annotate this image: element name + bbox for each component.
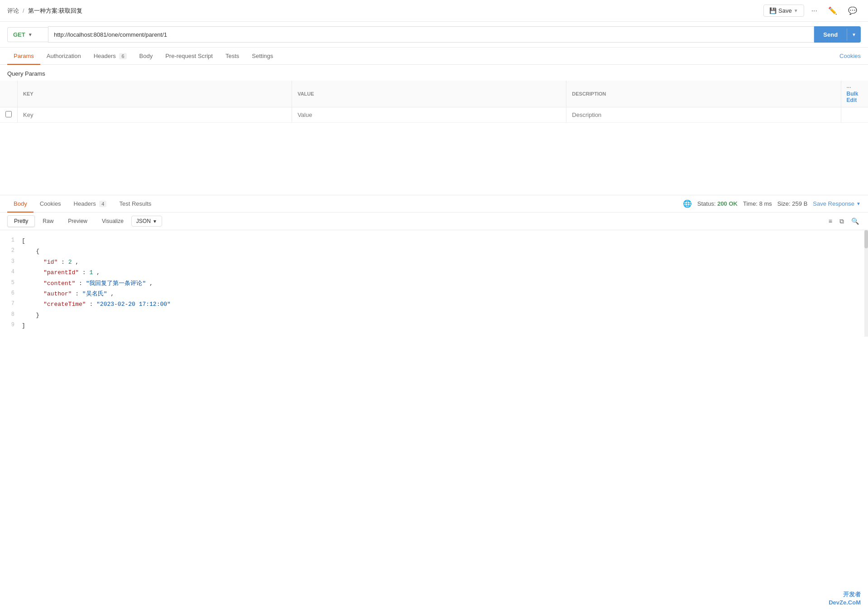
format-tab-pretty[interactable]: Pretty <box>7 215 35 227</box>
key-input[interactable] <box>23 111 286 118</box>
bulk-edit-button[interactable]: Bulk Edit <box>847 91 858 103</box>
search-icon[interactable]: 🔍 <box>849 216 861 227</box>
actions-cell <box>841 107 868 123</box>
cookies-link[interactable]: Cookies <box>839 48 861 64</box>
json-line-6: 6 "author" : "吴名氏" , <box>7 289 861 299</box>
th-key: KEY <box>18 81 292 107</box>
format-tab-visualize[interactable]: Visualize <box>95 215 130 227</box>
tab-settings[interactable]: Settings <box>245 48 279 65</box>
comment-icon-button[interactable]: 💬 <box>844 5 861 17</box>
save-response-button[interactable]: Save Response ▼ <box>813 200 861 207</box>
tab-test-results[interactable]: Test Results <box>113 196 158 213</box>
key-cell[interactable] <box>18 107 292 123</box>
more-options-button[interactable]: ··· <box>808 5 821 17</box>
row-checkbox[interactable] <box>5 111 12 117</box>
json-line-3: 3 "id" : 2 , <box>7 257 861 267</box>
send-button[interactable]: Send ▼ <box>814 26 861 43</box>
json-line-2: 2 { <box>7 246 861 256</box>
th-description: DESCRIPTION <box>566 81 841 107</box>
value-input[interactable] <box>297 111 561 118</box>
format-tab-raw[interactable]: Raw <box>36 215 60 227</box>
json-format-select[interactable]: JSON ▼ <box>131 216 162 227</box>
size-label: Size: 259 B <box>777 200 808 207</box>
tab-body[interactable]: Body <box>133 48 159 65</box>
json-line-1: 1 [ <box>7 236 861 246</box>
tab-headers[interactable]: Headers 6 <box>87 48 133 65</box>
table-row <box>0 107 868 123</box>
url-input[interactable] <box>48 26 814 43</box>
description-cell[interactable] <box>566 107 841 123</box>
tab-response-body[interactable]: Body <box>7 196 34 213</box>
top-bar: 评论 / 第一种方案:获取回复 💾 Save ▼ ··· ✏️ 💬 <box>0 0 868 22</box>
save-icon: 💾 <box>769 7 777 14</box>
edit-icon-button[interactable]: ✏️ <box>825 5 841 17</box>
request-tabs: Params Authorization Headers 6 Body Pre-… <box>0 48 868 65</box>
row-checkbox-cell <box>0 107 18 123</box>
format-bar: Pretty Raw Preview Visualize JSON ▼ ≡ ⧉ … <box>0 213 868 230</box>
json-viewer: 1 [ 2 { 3 "id" : 2 , 4 "parentId" : 1 <box>0 230 868 337</box>
copy-icon[interactable]: ⧉ <box>838 216 846 227</box>
format-actions: ≡ ⧉ 🔍 <box>827 216 861 227</box>
status-label: Status: 200 OK <box>697 200 738 207</box>
save-response-chevron-icon: ▼ <box>856 201 861 206</box>
tab-tests[interactable]: Tests <box>219 48 245 65</box>
th-value: VALUE <box>292 81 566 107</box>
value-cell[interactable] <box>292 107 566 123</box>
json-line-4: 4 "parentId" : 1 , <box>7 267 861 278</box>
save-chevron-icon: ▼ <box>794 8 798 13</box>
th-actions: ··· Bulk Edit <box>841 81 868 107</box>
response-tabs: Body Cookies Headers 4 Test Results 🌐 St… <box>0 195 868 213</box>
request-spacer <box>0 123 868 195</box>
watermark: 开发者DevZe.CoM <box>829 590 861 607</box>
th-checkbox <box>0 81 18 107</box>
time-value: 8 ms <box>759 200 772 207</box>
json-line-9: 9 ] <box>7 320 861 331</box>
save-button[interactable]: 💾 Save ▼ <box>763 5 804 17</box>
json-line-7: 7 "createTime" : "2023-02-20 17:12:00" <box>7 299 861 309</box>
response-area: Body Cookies Headers 4 Test Results 🌐 St… <box>0 195 868 337</box>
format-tab-preview[interactable]: Preview <box>61 215 94 227</box>
globe-icon: 🌐 <box>683 199 692 208</box>
tab-params[interactable]: Params <box>7 48 40 65</box>
method-label: GET <box>13 31 25 38</box>
time-label: Time: 8 ms <box>743 200 772 207</box>
description-input[interactable] <box>572 111 835 118</box>
query-params-label: Query Params <box>0 65 868 81</box>
filter-icon[interactable]: ≡ <box>827 216 834 227</box>
tab-response-cookies[interactable]: Cookies <box>34 196 67 213</box>
tab-pre-request-script[interactable]: Pre-request Script <box>159 48 219 65</box>
tab-response-headers[interactable]: Headers 4 <box>67 196 113 213</box>
method-chevron-icon: ▼ <box>28 32 33 37</box>
send-chevron-icon: ▼ <box>847 29 861 41</box>
json-line-8: 8 } <box>7 310 861 320</box>
params-table: KEY VALUE DESCRIPTION ··· Bulk Edit <box>0 81 868 123</box>
tab-authorization[interactable]: Authorization <box>40 48 87 65</box>
json-chevron-icon: ▼ <box>153 219 157 224</box>
breadcrumb-parent: 评论 <box>7 7 19 15</box>
format-tabs: Pretty Raw Preview Visualize JSON ▼ <box>7 215 162 227</box>
status-code: 200 OK <box>717 200 738 207</box>
method-select[interactable]: GET ▼ <box>7 27 48 42</box>
scrollbar-thumb[interactable] <box>864 230 868 248</box>
url-bar: GET ▼ Send ▼ <box>0 22 868 48</box>
breadcrumb-current: 第一种方案:获取回复 <box>28 7 83 15</box>
scrollbar-track <box>864 230 868 337</box>
toolbar: 💾 Save ▼ ··· ✏️ 💬 <box>763 5 861 17</box>
json-line-5: 5 "content" : "我回复了第一条评论" , <box>7 278 861 289</box>
response-status-bar: 🌐 Status: 200 OK Time: 8 ms Size: 259 B … <box>683 199 861 208</box>
breadcrumb-separator: / <box>23 7 24 14</box>
breadcrumb: 评论 / 第一种方案:获取回复 <box>7 7 82 15</box>
size-value: 259 B <box>792 200 807 207</box>
